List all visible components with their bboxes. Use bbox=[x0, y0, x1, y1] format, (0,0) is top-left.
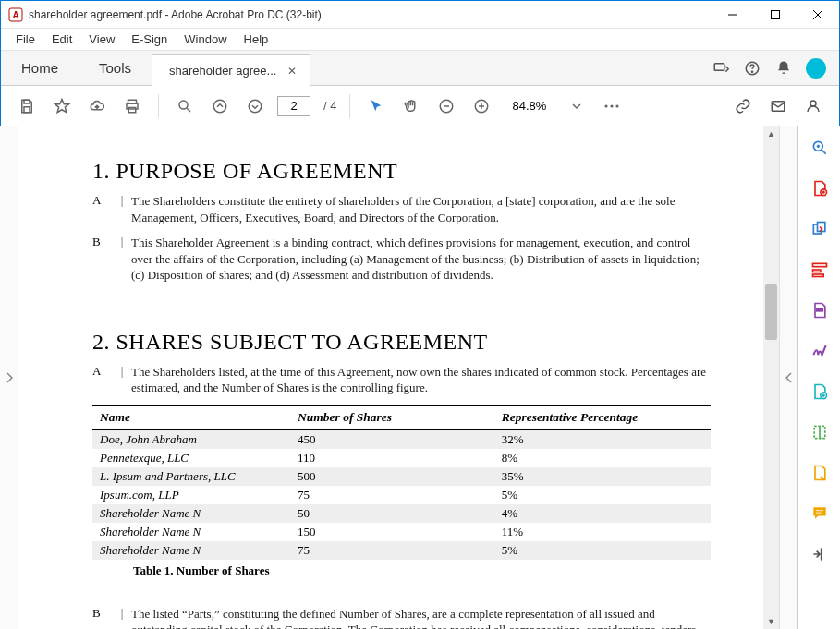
table-row: Ipsum.com, LLP755% bbox=[92, 486, 711, 504]
shares-table: Name Number of Shares Representative Per… bbox=[92, 405, 711, 560]
page-up-icon[interactable] bbox=[207, 93, 233, 119]
section-2-title: 2. SHARES SUBJECT TO AGREEMENT bbox=[92, 330, 711, 355]
th-pct: Representative Percentage bbox=[494, 405, 711, 429]
combine-files-icon[interactable] bbox=[809, 218, 831, 240]
search-icon[interactable] bbox=[172, 93, 198, 119]
tab-tools[interactable]: Tools bbox=[79, 51, 152, 85]
svg-text:A: A bbox=[12, 10, 18, 20]
print-icon[interactable] bbox=[119, 93, 145, 119]
svg-point-26 bbox=[616, 104, 619, 107]
page-down-icon[interactable] bbox=[242, 93, 268, 119]
main-toolbar: / 4 bbox=[1, 86, 839, 127]
table-row: Doe, John Abraham45032% bbox=[92, 429, 711, 449]
page-total-label: / 4 bbox=[320, 99, 336, 113]
table-row: Shareholder Name N504% bbox=[92, 504, 711, 523]
zoom-dropdown-icon[interactable] bbox=[564, 93, 590, 119]
edit-pdf-icon[interactable] bbox=[809, 259, 831, 281]
export-pdf-icon[interactable] bbox=[809, 299, 831, 321]
bell-icon[interactable] bbox=[774, 59, 793, 78]
scrollbar-thumb[interactable] bbox=[765, 284, 777, 340]
star-icon[interactable] bbox=[49, 93, 75, 119]
profile-avatar[interactable] bbox=[806, 58, 826, 79]
compress-icon[interactable] bbox=[809, 421, 831, 443]
clause-2b: B | The listed “Parts,” constituting the… bbox=[92, 606, 711, 629]
svg-point-8 bbox=[751, 71, 752, 72]
pdf-page: 1. PURPOSE OF AGREEMENT A | The Sharehol… bbox=[46, 135, 757, 629]
th-name: Name bbox=[92, 405, 290, 429]
svg-rect-40 bbox=[812, 274, 823, 277]
create-pdf-icon[interactable] bbox=[809, 177, 831, 200]
menu-bar: File Edit View E-Sign Window Help bbox=[1, 29, 839, 51]
svg-line-16 bbox=[187, 108, 190, 112]
device-share-icon[interactable] bbox=[712, 59, 730, 78]
th-shares: Number of Shares bbox=[290, 405, 494, 429]
search-tool-icon[interactable] bbox=[809, 137, 831, 159]
zoom-out-icon[interactable] bbox=[433, 93, 459, 119]
svg-rect-39 bbox=[812, 270, 820, 272]
menu-help[interactable]: Help bbox=[237, 30, 276, 48]
table-row: L. Ipsum and Partners, LLC50035% bbox=[92, 467, 711, 486]
vertical-scrollbar[interactable]: ▲ ▼ bbox=[763, 126, 779, 629]
title-bar: A shareholder agreement.pdf - Adobe Acro… bbox=[1, 1, 839, 29]
svg-rect-6 bbox=[714, 63, 724, 70]
table-row: Shareholder Name N15011% bbox=[92, 523, 711, 541]
svg-rect-3 bbox=[772, 10, 780, 18]
table-row: Pennetexque, LLC1108% bbox=[92, 449, 711, 467]
tab-home[interactable]: Home bbox=[1, 51, 79, 85]
table-caption: Table 1. Number of Shares bbox=[92, 560, 711, 578]
collapse-panel-icon[interactable] bbox=[809, 543, 831, 565]
maximize-button[interactable] bbox=[754, 1, 797, 29]
svg-line-30 bbox=[822, 151, 825, 154]
sign-icon[interactable] bbox=[809, 340, 831, 362]
menu-view[interactable]: View bbox=[81, 30, 122, 48]
hand-icon[interactable] bbox=[398, 93, 424, 119]
menu-window[interactable]: Window bbox=[177, 30, 234, 48]
link-icon[interactable] bbox=[730, 93, 756, 119]
minimize-button[interactable] bbox=[712, 1, 754, 29]
tools-panel bbox=[797, 126, 840, 629]
svg-point-28 bbox=[810, 101, 816, 106]
clause-2a: A | The Shareholders listed, at the time… bbox=[92, 364, 711, 396]
selection-arrow-icon[interactable] bbox=[363, 93, 389, 119]
overflow-icon[interactable] bbox=[599, 93, 625, 119]
table-row: Shareholder Name N755% bbox=[92, 541, 711, 560]
save-icon[interactable] bbox=[14, 93, 40, 119]
organize-pages-icon[interactable] bbox=[809, 381, 831, 403]
svg-point-18 bbox=[249, 100, 262, 113]
zoom-input[interactable] bbox=[504, 96, 554, 116]
tab-bar: Home Tools shareholder agree... ✕ bbox=[1, 51, 839, 86]
svg-point-15 bbox=[179, 101, 188, 109]
menu-edit[interactable]: Edit bbox=[44, 30, 79, 48]
right-pane-toggle[interactable] bbox=[779, 126, 797, 629]
tab-document[interactable]: shareholder agree... ✕ bbox=[152, 54, 310, 86]
close-window-button[interactable] bbox=[797, 1, 839, 29]
menu-file[interactable]: File bbox=[8, 30, 43, 48]
email-icon[interactable] bbox=[765, 93, 791, 119]
comment-icon[interactable] bbox=[809, 502, 831, 525]
svg-rect-41 bbox=[816, 308, 822, 311]
page-number-input[interactable] bbox=[277, 96, 310, 116]
svg-rect-10 bbox=[24, 106, 30, 112]
cloud-icon[interactable] bbox=[84, 93, 110, 119]
svg-marker-11 bbox=[55, 99, 69, 112]
svg-rect-9 bbox=[24, 100, 30, 103]
share-people-icon[interactable] bbox=[800, 93, 826, 119]
scroll-up-arrow-icon[interactable]: ▲ bbox=[763, 126, 779, 141]
app-icon: A bbox=[8, 7, 23, 22]
menu-esign[interactable]: E-Sign bbox=[124, 30, 175, 48]
svg-point-17 bbox=[213, 100, 226, 113]
help-icon[interactable] bbox=[743, 59, 761, 78]
left-pane-toggle[interactable] bbox=[0, 126, 18, 629]
scroll-down-arrow-icon[interactable]: ▼ bbox=[763, 613, 779, 629]
zoom-in-icon[interactable] bbox=[469, 93, 494, 119]
tab-document-label: shareholder agree... bbox=[169, 64, 276, 78]
svg-point-24 bbox=[605, 104, 608, 107]
document-area[interactable]: 1. PURPOSE OF AGREEMENT A | The Sharehol… bbox=[18, 126, 779, 629]
window-title: shareholder agreement.pdf - Adobe Acroba… bbox=[29, 8, 712, 21]
close-tab-icon[interactable]: ✕ bbox=[286, 63, 298, 79]
redact-icon[interactable] bbox=[809, 462, 831, 484]
svg-rect-38 bbox=[812, 263, 826, 266]
clause-1b: B | This Shareholder Agreement is a bind… bbox=[92, 235, 711, 284]
clause-1a: A | The Shareholders constitute the enti… bbox=[92, 193, 711, 225]
svg-point-25 bbox=[611, 104, 614, 107]
